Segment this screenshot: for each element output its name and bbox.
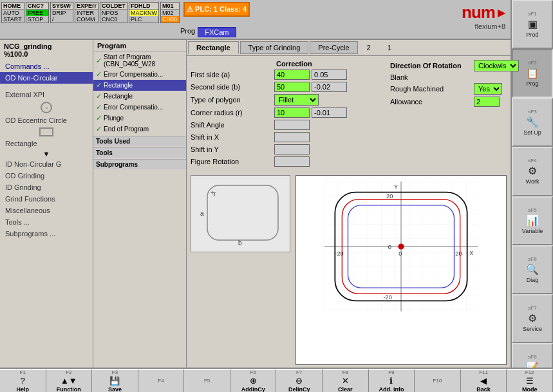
prog-item-start-label: Start of Program (CBN_D405_W28	[104, 53, 183, 68]
nav-od-non-circular[interactable]: OD Non-Circular	[0, 72, 93, 84]
label-rough-machined: Rough Machined	[390, 85, 474, 93]
row-polygon: Type of polygon Fillet Chamfer	[191, 94, 384, 106]
select-rough-machined[interactable]: Yes No	[474, 83, 502, 95]
row-direction: Direction Of Rotation Clockwis Counter	[390, 60, 519, 71]
save-icon: 💾	[109, 376, 120, 386]
m01-r3: CH00	[161, 16, 179, 23]
save-button[interactable]: F3 💾 Save	[92, 369, 138, 392]
f10-button[interactable]: F10	[415, 369, 461, 392]
correction-second-side[interactable]	[312, 82, 347, 92]
col-r1: COLDET	[100, 3, 127, 10]
tab-1[interactable]: 1	[380, 42, 399, 53]
input-second-side[interactable]	[274, 82, 310, 92]
ncg-percent: %100.0	[4, 50, 89, 58]
help-label: Help	[17, 386, 30, 392]
input-allowance[interactable]	[474, 97, 500, 107]
rect-shape	[39, 127, 53, 136]
delincy-button[interactable]: F7 ⊖ DelInCy	[276, 369, 323, 392]
function-button[interactable]: F2 ▲▼ Function	[46, 369, 93, 392]
nav-commands[interactable]: Commands ...	[0, 61, 93, 72]
sb-setup-label: Set Up	[523, 129, 541, 136]
prog-item-error1[interactable]: ✓ Error Compensatio...	[93, 69, 186, 80]
nav-id-grinding[interactable]: ID Grinding	[0, 182, 93, 193]
check-icon-end: ✓	[96, 125, 102, 133]
bottom-bar: F1 ? Help F2 ▲▼ Function F3 💾 Save F4 F5…	[0, 368, 553, 392]
nav-subprograms[interactable]: Subprograms ...	[0, 228, 93, 239]
nav-external-xpi[interactable]: External XPI	[0, 89, 93, 100]
sb-prod-btn[interactable]: sF1 ▣ Prod	[512, 0, 553, 49]
f4-button[interactable]: F4	[138, 369, 185, 392]
select-direction[interactable]: Clockwis Counter	[474, 60, 519, 71]
form-right: Direction Of Rotation Clockwis Counter B…	[390, 60, 519, 169]
sb-prod-label: Prod	[526, 32, 538, 38]
sb-prog-code: sF2	[528, 60, 536, 66]
prog-item-plunge-label: Plunge	[104, 115, 124, 122]
label-shift-angle: Shift Angle	[191, 121, 274, 129]
prog-item-end[interactable]: ✓ End of Program	[93, 124, 186, 135]
program-tree: ✓ Start of Program (CBN_D405_W28 ✓ Error…	[93, 52, 186, 368]
input-shift-y[interactable]	[274, 144, 310, 154]
f4-fn: F4	[158, 378, 164, 384]
subprograms-section: Subprograms	[93, 159, 186, 169]
tab-rectangle[interactable]: Rectangle	[188, 41, 239, 54]
nav-od-eccentric[interactable]: OD Eccentric Circle	[0, 115, 93, 126]
check-icon-error2: ✓	[96, 103, 102, 111]
form-content: Correction First side (a) Second side (b…	[187, 56, 511, 173]
nav-circle-icon	[0, 100, 93, 115]
num-logo: num ▶	[462, 3, 505, 23]
tab-pre-cycle[interactable]: Pre-Cycle	[310, 41, 357, 54]
input-corner-radius[interactable]	[274, 107, 310, 118]
back-button[interactable]: F11 ◀ Back	[461, 369, 507, 392]
top-cell-cnc: CNC? FREE STOP	[26, 2, 49, 23]
input-shift-x[interactable]	[274, 132, 310, 142]
sb-service-code: sF7	[528, 305, 536, 311]
row-first-side: First side (a)	[191, 70, 384, 80]
mode-button[interactable]: F12 ☰ Mode	[507, 369, 553, 392]
sb-variable-btn[interactable]: sF5 📊 Variable	[512, 196, 553, 245]
left-nav: Commands ... OD Non-Circular External XP…	[0, 61, 93, 239]
check-icon-rect2: ✓	[96, 92, 102, 100]
sb-work-code: sF4	[528, 158, 536, 163]
sb-variable-label: Variable	[522, 228, 543, 234]
tab-type-grinding[interactable]: Type of Grinding	[240, 41, 309, 54]
row-figure-rotation: Figure Rotation	[191, 156, 384, 167]
nav-grind-functions[interactable]: Grind Functions	[0, 193, 93, 205]
nav-od-grinding[interactable]: OD Grinding	[0, 170, 93, 182]
prog-item-error1-label: Error Compensatio...	[104, 71, 163, 78]
prog-item-rectangle2[interactable]: ✓ Rectangle	[93, 91, 186, 102]
sb-diag-btn[interactable]: sF6 🔍 Diag	[512, 245, 553, 294]
prog-item-error2[interactable]: ✓ Error Compensatio...	[93, 102, 186, 113]
addincy-button[interactable]: F6 ⊕ AddInCy	[230, 369, 277, 392]
prog-item-start[interactable]: ✓ Start of Program (CBN_D405_W28	[93, 52, 186, 69]
addinfo-button[interactable]: F9 ℹ Add. Info	[369, 369, 415, 392]
nav-id-non-circular[interactable]: ID Non-Circular G	[0, 158, 93, 170]
tools-used-section: Tools Used	[93, 136, 186, 146]
fxcam-tab[interactable]: FXCam	[198, 27, 236, 37]
input-shift-angle[interactable]	[274, 120, 310, 130]
save-fn: F3	[112, 369, 118, 375]
clear-button[interactable]: F8 ✕ Clear	[323, 369, 369, 392]
sb-custom-code: sF8	[528, 354, 536, 360]
nav-rectangle[interactable]: Rectangle	[0, 138, 93, 149]
label-second-side: Second side (b)	[191, 83, 274, 91]
select-polygon[interactable]: Fillet Chamfer	[274, 94, 319, 106]
correction-first-side[interactable]	[312, 70, 347, 80]
diag-icon: 🔍	[526, 263, 539, 275]
tab-2[interactable]: 2	[359, 42, 379, 53]
check-icon-start: ✓	[96, 57, 102, 65]
input-figure-rotation[interactable]	[274, 156, 310, 167]
tools-section: Tools	[93, 147, 186, 158]
nav-miscellaneous[interactable]: Miscellaneous	[0, 205, 93, 216]
prog-icon: 📋	[526, 67, 539, 79]
check-icon-plunge: ✓	[96, 114, 102, 122]
correction-corner-radius[interactable]	[312, 107, 347, 118]
svg-rect-0	[207, 185, 278, 240]
sb-service-btn[interactable]: sF7 ⚙ Service	[512, 294, 553, 343]
chart-section: + r a b	[187, 173, 511, 368]
prog-item-plunge[interactable]: ✓ Plunge	[93, 113, 186, 124]
nav-tools[interactable]: Tools ...	[0, 216, 93, 228]
f5-button[interactable]: F5	[184, 369, 230, 392]
prog-item-rectangle1[interactable]: ✓ Rectangle	[93, 80, 186, 91]
help-button[interactable]: F1 ? Help	[0, 369, 46, 392]
input-first-side[interactable]	[274, 70, 310, 80]
